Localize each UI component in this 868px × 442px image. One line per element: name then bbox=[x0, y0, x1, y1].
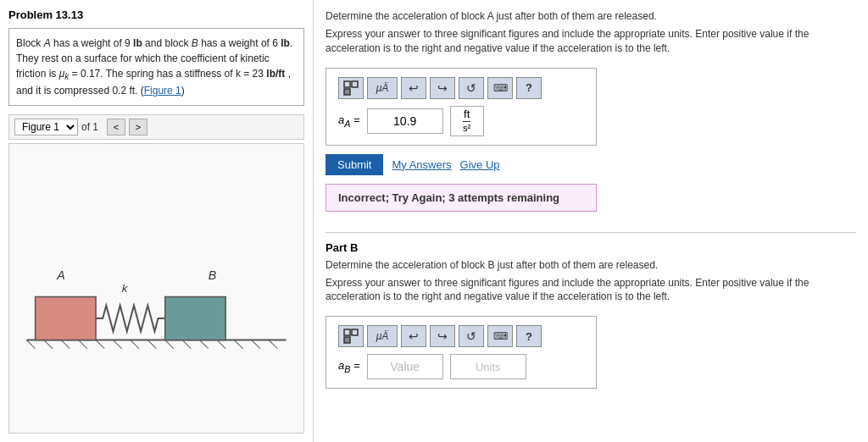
partA-toolbar: μÄ ↩ ↪ ↺ ⌨ ? bbox=[338, 77, 584, 99]
partA-answer-label: aA = bbox=[338, 113, 360, 129]
keyboard-btn[interactable]: ⌨ bbox=[487, 77, 513, 99]
partA-answer-row: aA = ft s² bbox=[338, 106, 584, 136]
svg-line-15 bbox=[269, 340, 277, 349]
partB-mu-btn[interactable]: μÄ bbox=[367, 325, 398, 347]
figure-of-label: of 1 bbox=[81, 121, 98, 133]
partA-unit-denominator: s² bbox=[463, 121, 470, 134]
partB-help-btn[interactable]: ? bbox=[516, 325, 542, 347]
partB-mu-label: μÄ bbox=[376, 330, 389, 342]
partA-submit-btn[interactable]: Submit bbox=[326, 154, 383, 175]
partA-submit-row: Submit My Answers Give Up bbox=[326, 154, 856, 175]
figure-next-btn[interactable]: > bbox=[129, 119, 147, 135]
partB-units-input[interactable] bbox=[450, 354, 526, 379]
problem-title: Problem 13.13 bbox=[8, 8, 304, 21]
partA-unit-numerator: ft bbox=[464, 108, 470, 121]
partA-my-answers-btn[interactable]: My Answers bbox=[392, 158, 451, 171]
figure1-link[interactable]: Figure 1 bbox=[144, 85, 181, 97]
mu-btn[interactable]: μÄ bbox=[367, 77, 398, 99]
svg-rect-25 bbox=[352, 329, 358, 335]
undo-btn[interactable]: ↩ bbox=[401, 77, 426, 99]
svg-rect-21 bbox=[344, 81, 350, 87]
partB-value-input[interactable] bbox=[367, 354, 443, 379]
right-panel: Determine the acceleration of block A ju… bbox=[314, 0, 868, 442]
svg-line-1 bbox=[26, 340, 35, 349]
svg-line-2 bbox=[44, 340, 53, 349]
svg-line-11 bbox=[200, 340, 209, 349]
partA-unit-box: ft s² bbox=[450, 106, 484, 136]
svg-line-13 bbox=[234, 340, 242, 349]
svg-rect-19 bbox=[165, 297, 225, 340]
partB-redo-btn[interactable]: ↪ bbox=[430, 325, 455, 347]
partA-give-up-btn[interactable]: Give Up bbox=[460, 158, 500, 171]
svg-text:B: B bbox=[209, 268, 217, 282]
partB-undo-btn[interactable]: ↩ bbox=[401, 325, 426, 347]
svg-line-6 bbox=[113, 340, 121, 349]
svg-line-14 bbox=[252, 340, 260, 349]
redo-btn[interactable]: ↪ bbox=[430, 77, 455, 99]
section-divider bbox=[326, 232, 856, 233]
refresh-btn[interactable]: ↺ bbox=[459, 77, 484, 99]
svg-line-3 bbox=[61, 340, 70, 349]
svg-line-8 bbox=[147, 340, 156, 349]
partB-instruction2: Express your answer to three significant… bbox=[326, 276, 856, 305]
svg-text:A: A bbox=[56, 268, 65, 282]
svg-rect-22 bbox=[352, 81, 358, 87]
grid-icon[interactable] bbox=[338, 77, 364, 99]
partB-label: Part B bbox=[326, 241, 856, 254]
svg-line-12 bbox=[217, 340, 225, 349]
svg-rect-24 bbox=[344, 329, 350, 335]
figure-svg: A k B bbox=[9, 144, 303, 433]
svg-line-9 bbox=[165, 340, 174, 349]
mu-label: μÄ bbox=[376, 82, 389, 94]
partB-instruction1: Determine the acceleration of block B ju… bbox=[326, 259, 856, 271]
svg-line-5 bbox=[96, 340, 104, 349]
svg-rect-16 bbox=[36, 297, 96, 340]
svg-line-7 bbox=[131, 340, 139, 349]
partB-answer-label: aB = bbox=[338, 359, 360, 374]
figure-prev-btn[interactable]: < bbox=[107, 119, 125, 135]
problem-text: Block A has a weight of 9 lb and block B… bbox=[8, 28, 304, 106]
help-btn[interactable]: ? bbox=[516, 77, 542, 99]
svg-rect-23 bbox=[344, 89, 350, 95]
partB-answer-container: μÄ ↩ ↪ ↺ ⌨ ? aB = bbox=[326, 316, 597, 389]
partA-instruction2: Express your answer to three significant… bbox=[326, 27, 856, 56]
figure-area: A k B bbox=[8, 143, 304, 434]
svg-text:k: k bbox=[122, 283, 129, 296]
partA-instruction1: Determine the acceleration of block A ju… bbox=[326, 10, 856, 22]
partA-incorrect-msg: Incorrect; Try Again; 3 attempts remaini… bbox=[326, 184, 597, 212]
figure-bar: Figure 1 of 1 < > bbox=[8, 114, 304, 140]
partB-answer-row: aB = bbox=[338, 354, 584, 379]
partB-toolbar: μÄ ↩ ↪ ↺ ⌨ ? bbox=[338, 325, 584, 347]
partA-answer-container: μÄ ↩ ↪ ↺ ⌨ ? aA = ft s² bbox=[326, 68, 597, 146]
partB-grid-icon[interactable] bbox=[338, 325, 364, 347]
figure-select[interactable]: Figure 1 bbox=[14, 119, 78, 135]
svg-line-4 bbox=[79, 340, 87, 349]
svg-rect-26 bbox=[344, 337, 350, 343]
partA-value-input[interactable] bbox=[367, 108, 443, 134]
partB-refresh-btn[interactable]: ↺ bbox=[459, 325, 484, 347]
partB-keyboard-btn[interactable]: ⌨ bbox=[487, 325, 513, 347]
svg-line-10 bbox=[182, 340, 191, 349]
